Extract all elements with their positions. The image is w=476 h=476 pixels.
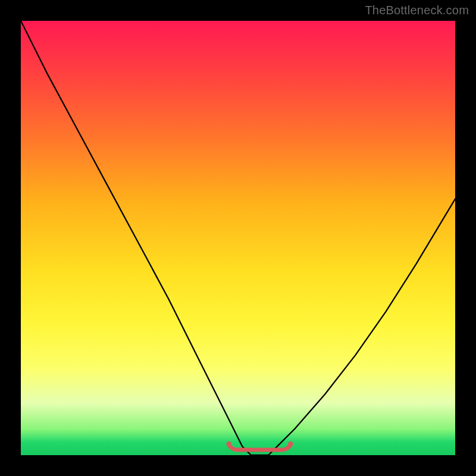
- range-end-dot: [227, 441, 231, 446]
- optimal-range-marker: [229, 445, 291, 450]
- chart-frame: TheBottleneck.com: [0, 0, 476, 476]
- range-end-dot: [288, 441, 293, 446]
- bottleneck-curve: [21, 21, 455, 455]
- watermark-text: TheBottleneck.com: [365, 4, 469, 17]
- chart-svg: [21, 21, 455, 455]
